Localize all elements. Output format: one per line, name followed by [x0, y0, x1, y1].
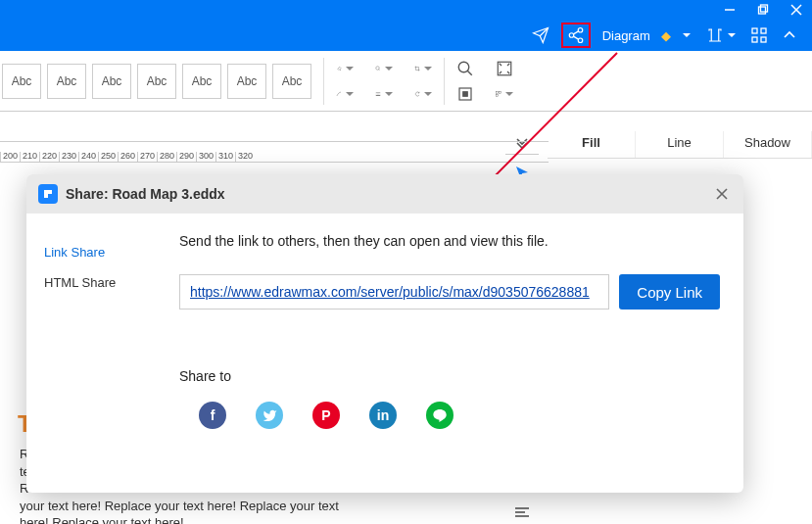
share-button[interactable] — [561, 23, 591, 48]
share-dialog: Share: Road Map 3.eddx Link Share HTML S… — [26, 174, 743, 493]
ruler-tick: 260 — [118, 152, 137, 162]
facebook-icon[interactable]: f — [199, 402, 226, 429]
fill-bucket-icon[interactable] — [336, 60, 354, 77]
ruler-tick: 210 — [20, 152, 39, 162]
line-icon[interactable] — [426, 402, 454, 429]
style-swatch[interactable]: Abc — [92, 64, 131, 99]
copy-link-button[interactable]: Copy Link — [619, 274, 720, 310]
style-swatch[interactable]: Abc — [272, 64, 311, 99]
dialog-title: Share: Road Map 3.eddx — [66, 186, 225, 202]
line-style-icon[interactable] — [375, 85, 393, 103]
svg-rect-12 — [752, 37, 757, 42]
svg-rect-1 — [759, 7, 766, 14]
svg-point-18 — [458, 62, 469, 72]
crop-tool-icon[interactable] — [414, 60, 432, 77]
ruler-tick: 250 — [98, 152, 118, 162]
ruler-tick: 200 — [0, 152, 20, 162]
ruler-tick: 320 — [235, 152, 255, 162]
ruler-tick: 220 — [39, 152, 59, 162]
line-tool-icon[interactable] — [336, 85, 354, 103]
text-fragment: here! Replace your text here! — [20, 515, 184, 524]
ruler-tick: 290 — [176, 152, 196, 162]
ruler-tick: 310 — [215, 152, 235, 162]
dialog-main: Send the link to others, then they can o… — [156, 214, 743, 493]
text-fragment: your text here! Replace your text here! … — [20, 499, 339, 513]
tab-html-share[interactable]: HTML Share — [38, 267, 144, 298]
style-swatch[interactable]: Abc — [227, 64, 266, 99]
separator — [444, 58, 445, 105]
style-swatch[interactable]: Abc — [2, 64, 41, 99]
share-to-label: Share to — [179, 368, 720, 384]
properties-tabs: Fill Line Shadow — [548, 131, 812, 159]
svg-rect-13 — [761, 37, 766, 42]
svg-line-19 — [467, 71, 472, 75]
dialog-header: Share: Road Map 3.eddx — [26, 174, 743, 214]
svg-point-6 — [569, 33, 574, 38]
svg-rect-2 — [761, 5, 768, 12]
send-button[interactable] — [528, 24, 553, 46]
linkedin-icon[interactable]: in — [369, 402, 397, 429]
actual-size-icon[interactable] — [456, 85, 474, 103]
menubar: Diagram ◆ — [0, 20, 812, 51]
style-gallery: Abc Abc Abc Abc Abc Abc Abc — [0, 64, 311, 99]
svg-rect-11 — [761, 28, 766, 33]
tab-fill[interactable]: Fill — [548, 131, 636, 158]
shadow-tool-icon[interactable] — [375, 60, 393, 77]
chevron-down-icon — [728, 33, 736, 37]
theme-menu[interactable] — [702, 24, 740, 46]
ruler-tick: 300 — [196, 152, 215, 162]
dialog-description: Send the link to others, then they can o… — [179, 233, 720, 249]
ruler-tick: 240 — [78, 152, 98, 162]
svg-rect-25 — [497, 94, 499, 96]
zoom-icon[interactable] — [456, 60, 474, 77]
tab-shadow[interactable]: Shadow — [724, 131, 812, 158]
svg-rect-24 — [499, 91, 501, 93]
restore-button[interactable] — [757, 4, 769, 16]
collapse-ribbon-button[interactable] — [779, 26, 800, 44]
rotate-tool-icon[interactable] — [414, 85, 432, 103]
svg-line-9 — [573, 36, 578, 39]
diamond-icon: ◆ — [661, 28, 671, 43]
fit-page-icon[interactable] — [496, 60, 513, 77]
diagram-label: Diagram — [602, 28, 650, 43]
svg-rect-10 — [752, 28, 757, 33]
ruler-tick: 280 — [157, 152, 176, 162]
tab-link-share[interactable]: Link Share — [38, 237, 144, 267]
pinterest-icon[interactable]: P — [312, 402, 340, 429]
minimize-button[interactable] — [724, 4, 736, 16]
twitter-icon[interactable] — [256, 402, 283, 429]
close-window-button[interactable] — [790, 4, 802, 16]
dialog-sidebar: Link Share HTML Share — [26, 214, 156, 493]
diagram-menu[interactable]: Diagram ◆ — [598, 26, 694, 45]
separator — [323, 58, 324, 105]
share-url-field[interactable]: https://www.edrawmax.com/server/public/s… — [179, 274, 609, 310]
horizontal-ruler: 200 210 220 230 240 250 260 270 280 290 … — [0, 141, 549, 163]
style-swatch[interactable]: Abc — [182, 64, 221, 99]
tab-line[interactable]: Line — [636, 131, 724, 158]
style-swatch[interactable]: Abc — [47, 64, 86, 99]
apps-button[interactable] — [747, 25, 771, 45]
svg-line-8 — [573, 31, 578, 34]
align-tool-icon[interactable] — [513, 505, 531, 523]
grid-tool-icon[interactable] — [496, 85, 513, 103]
svg-point-7 — [578, 38, 583, 43]
svg-rect-22 — [463, 91, 468, 96]
app-logo-icon — [38, 184, 58, 204]
ruler-tick: 230 — [59, 152, 78, 162]
svg-point-5 — [578, 28, 583, 33]
style-swatch[interactable]: Abc — [137, 64, 176, 99]
close-dialog-button[interactable] — [712, 184, 732, 204]
ruler-tick: 270 — [137, 152, 157, 162]
window-titlebar — [0, 0, 812, 20]
svg-rect-23 — [497, 91, 499, 93]
ribbon-toolbar: Abc Abc Abc Abc Abc Abc Abc — [0, 51, 812, 112]
chevron-down-icon — [683, 33, 691, 37]
